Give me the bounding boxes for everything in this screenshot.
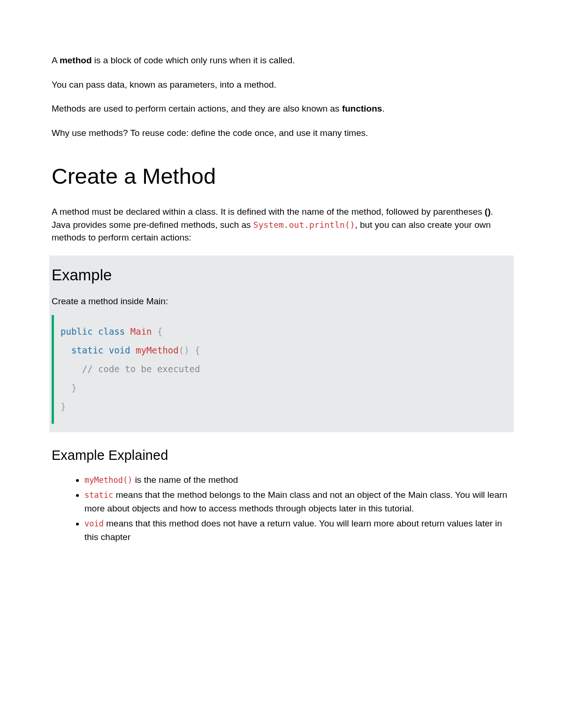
heading-example-explained: Example Explained [52, 445, 511, 465]
code-mymethod: myMethod() [84, 475, 132, 485]
text: . [382, 104, 384, 113]
heading-create-method: Create a Method [52, 160, 511, 192]
intro-paragraph-4: Why use methods? To reuse code: define t… [52, 127, 511, 140]
paren: () [179, 345, 190, 355]
example-box: Example Create a method inside Main: pub… [49, 255, 514, 432]
keyword-class: class [98, 326, 125, 337]
code-println: System.out.println() [253, 220, 355, 230]
intro-paragraph-1: A method is a block of code which only r… [52, 54, 511, 67]
code-void: void [84, 519, 104, 528]
keyword-static: static [71, 345, 104, 355]
example-intro: Create a method inside Main: [52, 295, 511, 308]
text: means that this method does not have a r… [84, 518, 502, 542]
text: A method must be declared within a class… [52, 207, 485, 217]
text: means that the method belongs to the Mai… [84, 490, 507, 513]
bold-method: method [60, 55, 92, 65]
text: Methods are used to perform certain acti… [52, 104, 342, 113]
list-item: static means that the method belongs to … [84, 488, 511, 515]
comment: // code to be executed [82, 364, 200, 374]
classname-main: Main [130, 326, 152, 337]
intro-paragraph-2: You can pass data, known as parameters, … [52, 78, 511, 91]
keyword-public: public [61, 326, 93, 337]
brace-open: { [195, 345, 200, 355]
bold-functions: functions [342, 104, 382, 113]
code-line-4: } [61, 379, 511, 398]
keyword-void: void [109, 345, 130, 355]
create-paragraph: A method must be declared within a class… [52, 205, 511, 244]
intro-paragraph-3: Methods are used to perform certain acti… [52, 102, 511, 115]
text: A [52, 55, 60, 65]
code-static: static [84, 490, 113, 500]
brace-open: { [157, 326, 162, 337]
brace-close: } [71, 383, 76, 393]
code-line-1: public class Main { [61, 323, 511, 341]
list-item: void means that this method does not hav… [84, 517, 511, 544]
code-block: public class Main { static void myMethod… [52, 315, 511, 423]
explained-list: myMethod() is the name of the method sta… [52, 473, 511, 544]
text: is a block of code which only runs when … [92, 55, 295, 65]
code-line-5: } [61, 398, 511, 416]
bold-parens: () [485, 207, 491, 217]
code-line-2: static void myMethod() { [61, 341, 511, 360]
brace-close: } [61, 401, 66, 412]
code-line-3: // code to be executed [61, 360, 511, 379]
method-name: myMethod [136, 345, 179, 355]
list-item: myMethod() is the name of the method [84, 473, 511, 487]
heading-example: Example [52, 264, 511, 286]
text: is the name of the method [132, 475, 238, 485]
